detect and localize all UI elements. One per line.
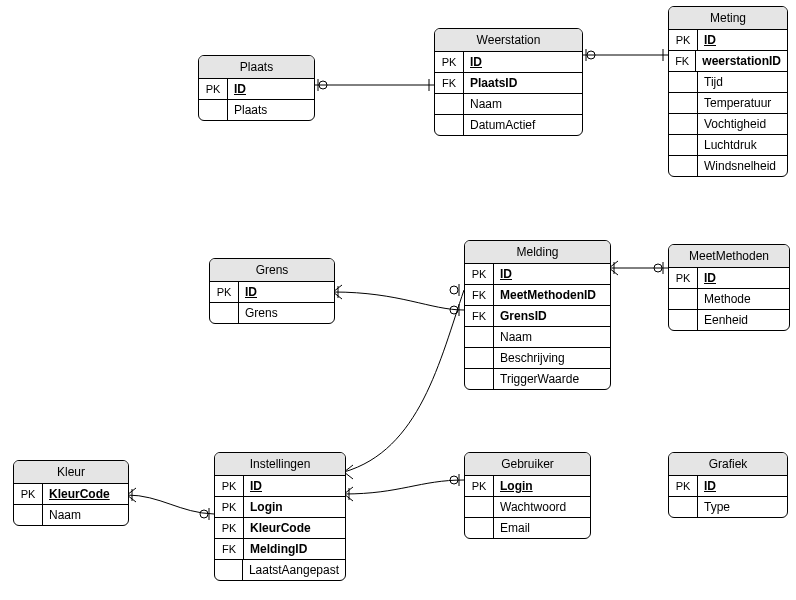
entity-plaats: Plaats PKID Plaats bbox=[198, 55, 315, 121]
entity-weerstation: Weerstation PKID FKPlaatsID Naam DatumAc… bbox=[434, 28, 583, 136]
entity-title: Gebruiker bbox=[465, 453, 590, 476]
entity-title: Grafiek bbox=[669, 453, 787, 476]
entity-title: Weerstation bbox=[435, 29, 582, 52]
entity-title: Grens bbox=[210, 259, 334, 282]
svg-point-5 bbox=[450, 476, 458, 484]
svg-point-6 bbox=[450, 286, 458, 294]
entity-meting: Meting PKID FKweerstationID Tijd Tempera… bbox=[668, 6, 788, 177]
svg-point-0 bbox=[319, 81, 327, 89]
entity-meetmethoden: MeetMethoden PKID Methode Eenheid bbox=[668, 244, 790, 331]
entity-title: Instellingen bbox=[215, 453, 345, 476]
entity-grens: Grens PKID Grens bbox=[209, 258, 335, 324]
entity-gebruiker: Gebruiker PKLogin Wachtwoord Email bbox=[464, 452, 591, 539]
svg-point-4 bbox=[200, 510, 208, 518]
entity-instellingen: Instellingen PKID PKLogin PKKleurCode FK… bbox=[214, 452, 346, 581]
entity-title: MeetMethoden bbox=[669, 245, 789, 268]
entity-grafiek: Grafiek PKID Type bbox=[668, 452, 788, 518]
entity-title: Kleur bbox=[14, 461, 128, 484]
entity-title: Melding bbox=[465, 241, 610, 264]
entity-title: Meting bbox=[669, 7, 787, 30]
svg-point-1 bbox=[587, 51, 595, 59]
entity-title: Plaats bbox=[199, 56, 314, 79]
svg-point-3 bbox=[654, 264, 662, 272]
svg-point-2 bbox=[450, 306, 458, 314]
entity-melding: Melding PKID FKMeetMethodenID FKGrensID … bbox=[464, 240, 611, 390]
entity-kleur: Kleur PKKleurCode Naam bbox=[13, 460, 129, 526]
